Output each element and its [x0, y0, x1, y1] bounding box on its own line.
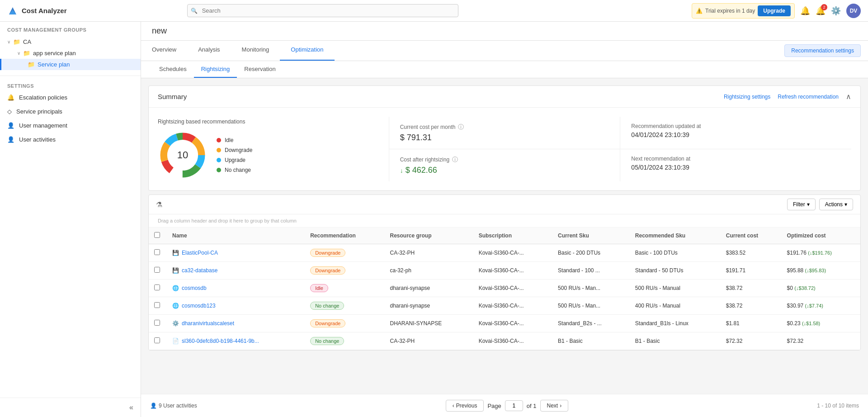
sidebar-item-user-management[interactable]: 👤 User management: [0, 118, 141, 133]
row-checkbox-0[interactable]: [154, 249, 160, 255]
notifications-bell-button[interactable]: 🔔: [800, 6, 810, 16]
donut-area: Rightsizing based recommendations: [158, 117, 389, 181]
subtab-schedules[interactable]: Schedules: [152, 61, 194, 78]
refresh-recommendation-link[interactable]: Refresh recommendation: [778, 94, 839, 100]
row-checkbox-cell: [149, 262, 167, 280]
previous-button[interactable]: ‹ Previous: [446, 400, 484, 412]
folder-icon: 📁: [13, 38, 20, 45]
main-tabs-bar: Overview Analysis Monitoring Optimizatio…: [141, 41, 868, 61]
row-recommendation-cell: Downgrade: [305, 315, 384, 332]
idle-label: Idle: [225, 137, 233, 143]
filter-button[interactable]: Filter ▾: [787, 199, 816, 210]
row-current-cost-cell: $1.81: [721, 315, 782, 332]
row-checkbox-2[interactable]: [154, 284, 160, 290]
row-recommendation-cell: Downgrade: [305, 244, 384, 262]
next-rec-box: Next recommendation at 05/01/2024 23:10:…: [620, 149, 851, 181]
row-name-link-2[interactable]: 🌐cosmosdb: [172, 285, 299, 291]
alerts-button[interactable]: 🔔 2: [816, 6, 826, 16]
rec-updated-box: Recommendation updated at 04/01/2024 23:…: [620, 117, 851, 149]
row-checkbox-1[interactable]: [154, 267, 160, 273]
table-actions-right: Filter ▾ Actions ▾: [787, 199, 853, 210]
recommendation-badge: Downgrade: [310, 266, 345, 275]
next-button[interactable]: Next ›: [540, 400, 569, 412]
select-all-checkbox[interactable]: [154, 232, 160, 238]
row-subscription-cell: Kovai-SI360-CA-...: [473, 262, 552, 280]
col-current-cost: Current cost: [721, 227, 782, 244]
row-name-link-0[interactable]: 💾ElasticPool-CA: [172, 250, 299, 256]
sidebar-item-service-principals[interactable]: ◇ Service principals: [0, 104, 141, 118]
sidebar-item-app-service-plan[interactable]: ∨ 📁 app service plan: [0, 47, 141, 59]
row-checkbox-cell: [149, 297, 167, 315]
tab-analysis[interactable]: Analysis: [187, 41, 231, 61]
row-name-link-1[interactable]: 💾ca32-database: [172, 267, 299, 274]
summary-collapse-button[interactable]: ∧: [846, 92, 851, 101]
nochange-dot: [217, 168, 221, 172]
row-name-link-4[interactable]: ⚙️dharanivirtualscaleset: [172, 320, 299, 327]
legend-upgrade: Upgrade: [217, 157, 252, 163]
row-current-cost-cell: $38.72: [721, 280, 782, 297]
info-icon-after[interactable]: ⓘ: [452, 156, 458, 164]
row-current-sku-cell: 500 RU/s - Man...: [552, 297, 630, 315]
top-navigation: Cost Analyzer ⚠️ Trial expires in 1 day …: [0, 0, 868, 22]
collapse-sidebar-button[interactable]: «: [129, 403, 133, 412]
service-principals-label: Service principals: [16, 108, 62, 115]
next-rec-label: Next recommendation at: [631, 156, 840, 162]
cost-after-box: Cost after rightsizing ⓘ ↓ $ 462.66: [389, 149, 620, 181]
logo-icon: [7, 5, 18, 16]
tabs-right: Recommendation settings: [777, 41, 868, 61]
person-icon: 👤: [7, 122, 14, 129]
sidebar-item-ca[interactable]: ∨ 📁 CA: [0, 36, 141, 47]
subtab-reservation[interactable]: Reservation: [237, 61, 283, 78]
upgrade-button[interactable]: Upgrade: [758, 5, 791, 16]
tab-optimization[interactable]: Optimization: [280, 41, 334, 61]
row-recommendation-cell: Downgrade: [305, 262, 384, 280]
app-title: Cost Analyzer: [22, 7, 66, 14]
info-icon-current[interactable]: ⓘ: [458, 123, 464, 131]
sidebar-item-service-plan[interactable]: 📁 Service plan: [0, 59, 141, 70]
col-recommendation: Recommendation: [305, 227, 384, 244]
escalation-label: Escalation policies: [19, 94, 67, 101]
tab-overview[interactable]: Overview: [141, 41, 187, 61]
user-avatar[interactable]: DV: [846, 4, 861, 18]
col-resource-group: Resource group: [385, 227, 473, 244]
actions-button[interactable]: Actions ▾: [819, 199, 853, 210]
row-recommended-sku-cell: 500 RU/s - Manual: [630, 280, 721, 297]
row-current-cost-cell: $383.52: [721, 244, 782, 262]
recommendation-settings-button[interactable]: Recommendation settings: [784, 44, 861, 57]
row-checkbox-4[interactable]: [154, 320, 160, 326]
filter-icon-button[interactable]: ⚗: [156, 200, 162, 209]
subtab-rightsizing[interactable]: Rightsizing: [194, 61, 237, 78]
row-optimized-cost-cell: $30.97 (↓$7.74): [782, 297, 860, 315]
resource-icon: 🌐: [172, 303, 179, 309]
row-current-cost-cell: $191.71: [721, 262, 782, 280]
svg-marker-1: [9, 10, 16, 14]
trial-banner: ⚠️ Trial expires in 1 day Upgrade: [692, 3, 795, 19]
search-input[interactable]: [187, 4, 458, 17]
sidebar-item-user-activities[interactable]: 👤 User activities: [0, 133, 141, 147]
content-header: new: [141, 22, 868, 41]
row-checkbox-3[interactable]: [154, 302, 160, 308]
page-number-input[interactable]: [505, 400, 523, 411]
settings-button[interactable]: ⚙️: [831, 6, 841, 16]
row-current-sku-cell: Standard_B2s - ...: [552, 315, 630, 332]
legend-nochange: No change: [217, 167, 252, 173]
row-name-cell: 🌐cosmosdb: [167, 280, 305, 297]
table-row: 💾ca32-database Downgrade ca-32-ph Kovai-…: [149, 262, 860, 280]
table-row: 💾ElasticPool-CA Downgrade CA-32-PH Kovai…: [149, 244, 860, 262]
resource-icon: 🌐: [172, 285, 179, 291]
trial-text: Trial expires in 1 day: [705, 8, 755, 14]
sidebar-item-escalation-policies[interactable]: 🔔 Escalation policies: [0, 90, 141, 104]
row-name-link-3[interactable]: 🌐cosmosdb123: [172, 303, 299, 309]
legend-downgrade: Downgrade: [217, 147, 252, 153]
table-row: 🌐cosmosdb Idle dharani-synapse Kovai-SI3…: [149, 280, 860, 297]
summary-actions: Rightsizing settings Refresh recommendat…: [724, 92, 851, 101]
row-recommendation-cell: No change: [305, 332, 384, 350]
row-name-link-5[interactable]: 📄sl360-0defc8d0-b198-4461-9b...: [172, 338, 299, 344]
savings-value: (↓$38.72): [794, 285, 815, 291]
row-checkbox-5[interactable]: [154, 337, 160, 343]
row-recommended-sku-cell: Basic - 100 DTUs: [630, 244, 721, 262]
rightsizing-settings-link[interactable]: Rightsizing settings: [724, 94, 770, 100]
row-checkbox-cell: [149, 280, 167, 297]
tab-monitoring[interactable]: Monitoring: [231, 41, 280, 61]
row-subscription-cell: Kovai-SI360-CA-...: [473, 297, 552, 315]
